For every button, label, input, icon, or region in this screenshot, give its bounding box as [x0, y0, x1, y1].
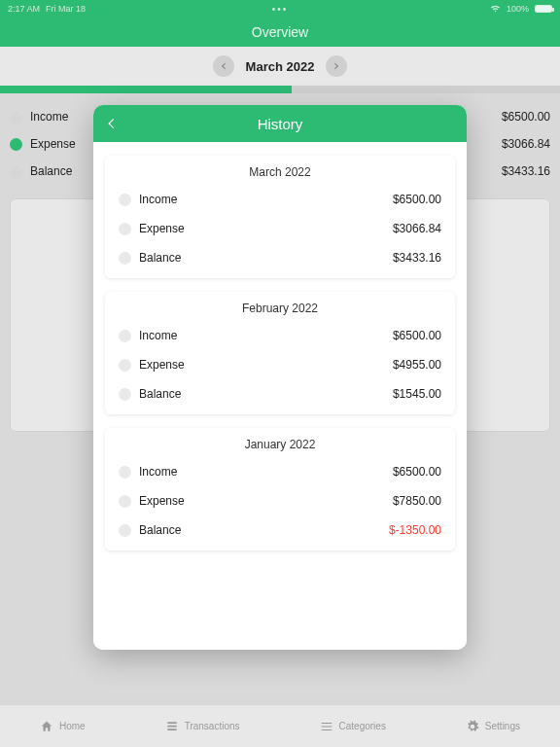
history-modal: History March 2022Income$6500.00Expense$… — [93, 105, 467, 650]
status-right: 100% — [490, 3, 552, 16]
dot-icon — [119, 466, 131, 479]
nav-settings[interactable]: Settings — [466, 720, 520, 733]
chevron-right-icon — [332, 61, 341, 71]
history-row-value: $3066.84 — [393, 222, 441, 235]
status-dots: ••• — [272, 4, 289, 15]
history-row: Balance$3433.16 — [119, 243, 441, 272]
dot-icon — [10, 111, 22, 124]
history-row: Income$6500.00 — [119, 457, 441, 486]
history-row-label: Balance — [139, 387, 181, 401]
history-row-value: $6500.00 — [393, 329, 441, 342]
gear-icon — [466, 720, 479, 733]
nav-home[interactable]: Home — [40, 720, 86, 733]
modal-title: History — [93, 116, 467, 132]
dot-icon — [10, 138, 22, 151]
history-row-value: $6500.00 — [393, 193, 441, 206]
history-row-label: Expense — [139, 222, 185, 235]
history-month-title: March 2022 — [119, 165, 441, 179]
bottom-nav: Home Transactions Categories Settings — [0, 704, 560, 747]
history-month-card: February 2022Income$6500.00Expense$4955.… — [105, 292, 455, 414]
modal-body[interactable]: March 2022Income$6500.00Expense$3066.84B… — [93, 142, 467, 650]
progress-bar — [0, 86, 560, 93]
dot-icon — [10, 165, 22, 178]
status-time: 2:17 AM — [8, 4, 40, 14]
history-row-value: $6500.00 — [393, 465, 441, 479]
progress-fill — [0, 86, 292, 93]
history-row: Income$6500.00 — [119, 185, 441, 214]
history-row-label: Income — [139, 465, 177, 479]
dot-icon — [119, 194, 131, 206]
history-row-value: $-1350.00 — [389, 523, 441, 537]
history-month-card: January 2022Income$6500.00Expense$7850.0… — [105, 428, 455, 551]
history-row-value: $3433.16 — [393, 251, 441, 265]
history-row-label: Income — [139, 193, 177, 206]
dot-icon — [119, 223, 131, 235]
month-label: March 2022 — [246, 59, 315, 74]
status-left: 2:17 AM Fri Mar 18 — [8, 4, 86, 14]
dot-icon — [119, 524, 131, 537]
month-selector: March 2022 — [0, 47, 560, 86]
summary-value: $6500.00 — [502, 110, 550, 124]
list-icon — [165, 720, 179, 733]
summary-label: Expense — [30, 137, 76, 151]
dot-icon — [119, 495, 131, 508]
summary-label: Balance — [30, 164, 72, 178]
history-row-label: Balance — [139, 523, 181, 537]
nav-label: Settings — [485, 721, 520, 731]
battery-icon — [535, 5, 552, 13]
history-row: Balance$1545.00 — [119, 379, 441, 409]
nav-categories[interactable]: Categories — [320, 720, 386, 733]
next-month-button[interactable] — [326, 55, 347, 77]
home-icon — [40, 720, 53, 733]
history-month-card: March 2022Income$6500.00Expense$3066.84B… — [105, 156, 455, 278]
history-row: Balance$-1350.00 — [119, 516, 441, 545]
history-row: Income$6500.00 — [119, 321, 441, 350]
back-button[interactable] — [93, 105, 130, 142]
page-header: Overview — [0, 18, 560, 47]
nav-transactions[interactable]: Transactions — [165, 720, 240, 733]
history-row-value: $4955.00 — [393, 358, 441, 372]
prev-month-button[interactable] — [213, 55, 234, 77]
history-row-label: Expense — [139, 358, 185, 372]
history-row-value: $7850.00 — [393, 494, 441, 508]
modal-header: History — [93, 105, 467, 142]
history-row-label: Expense — [139, 494, 185, 508]
nav-label: Home — [59, 721, 86, 731]
nav-label: Transactions — [185, 721, 240, 731]
nav-label: Categories — [339, 721, 386, 731]
categories-icon — [320, 720, 333, 733]
history-row-label: Income — [139, 329, 177, 342]
status-date: Fri Mar 18 — [46, 4, 86, 14]
page-title: Overview — [252, 24, 308, 40]
battery-percent: 100% — [507, 4, 529, 14]
dot-icon — [119, 359, 131, 372]
status-bar: 2:17 AM Fri Mar 18 ••• 100% — [0, 0, 560, 18]
chevron-left-icon — [105, 117, 119, 130]
summary-value: $3433.16 — [502, 164, 550, 178]
dot-icon — [119, 330, 131, 342]
summary-value: $3066.84 — [502, 137, 550, 151]
history-row: Expense$4955.00 — [119, 350, 441, 379]
history-month-title: February 2022 — [119, 302, 441, 315]
history-row-value: $1545.00 — [393, 387, 441, 401]
dot-icon — [119, 388, 131, 401]
history-row: Expense$3066.84 — [119, 214, 441, 243]
history-row: Expense$7850.00 — [119, 486, 441, 516]
history-month-title: January 2022 — [119, 438, 441, 451]
chevron-left-icon — [219, 61, 228, 71]
summary-label: Income — [30, 110, 68, 124]
wifi-icon — [490, 3, 501, 16]
dot-icon — [119, 252, 131, 265]
history-row-label: Balance — [139, 251, 181, 265]
